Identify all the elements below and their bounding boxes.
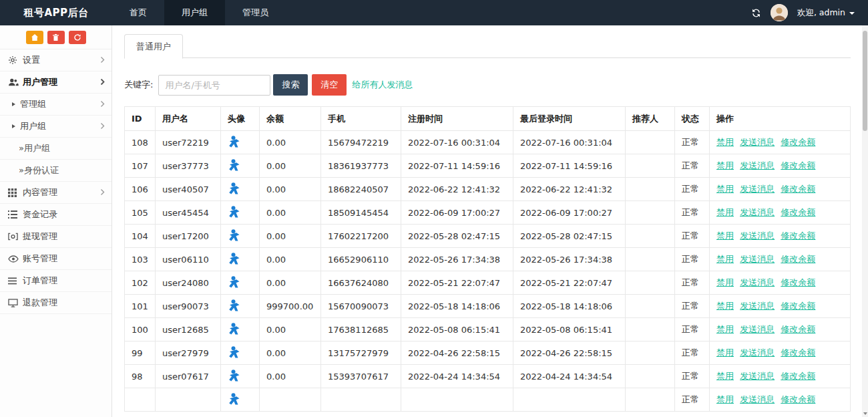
send-message-link[interactable]: 发送消息 xyxy=(740,277,775,287)
cell-referrer xyxy=(626,154,675,178)
cell-avatar xyxy=(221,295,260,318)
modify-balance-link[interactable]: 修改余额 xyxy=(781,371,815,381)
send-message-link[interactable]: 发送消息 xyxy=(740,394,775,404)
send-message-link[interactable]: 发送消息 xyxy=(740,137,775,147)
disable-link[interactable]: 禁用 xyxy=(716,348,734,358)
cell-balance: 0.00 xyxy=(260,271,321,295)
cell-balance: 0.00 xyxy=(260,131,321,154)
top-navbar: 租号APP后台 首页 用户组 管理员 欢迎, admin xyxy=(0,0,868,25)
send-message-link[interactable]: 发送消息 xyxy=(740,348,775,358)
send-message-link[interactable]: 发送消息 xyxy=(740,324,775,334)
sidebar-item-withdrawal-management[interactable]: 提现管理 xyxy=(0,226,112,248)
status-text: 正常 xyxy=(675,388,710,412)
chevron-down-icon xyxy=(849,12,855,15)
sidebar-item-user-management[interactable]: 用户管理 xyxy=(0,72,112,94)
cell-reg-time: 2022-07-16 00:31:04 xyxy=(401,131,513,154)
cell-avatar xyxy=(221,341,260,365)
disable-link[interactable]: 禁用 xyxy=(716,394,734,404)
status-text: 正常 xyxy=(675,248,710,271)
cell-id: 107 xyxy=(125,154,156,178)
modify-balance-link[interactable]: 修改余额 xyxy=(781,231,815,241)
disable-link[interactable]: 禁用 xyxy=(716,301,734,311)
cell-last-login xyxy=(513,388,626,412)
user-avatar-icon xyxy=(228,392,241,406)
scrollbar-down-arrow[interactable] xyxy=(863,412,867,415)
status-text: 正常 xyxy=(675,154,710,178)
cell-referrer xyxy=(626,388,675,412)
sidebar-item-content-management[interactable]: 内容管理 xyxy=(0,182,112,204)
sidebar-item-refund-management[interactable]: 退款管理 xyxy=(0,292,112,314)
send-message-link[interactable]: 发送消息 xyxy=(740,184,775,194)
vertical-scrollbar[interactable] xyxy=(862,25,868,417)
broadcast-all-link[interactable]: 给所有人发消息 xyxy=(352,79,413,91)
cell-username: user37773 xyxy=(156,154,221,178)
sidebar-item-account-management[interactable]: 账号管理 xyxy=(0,248,112,270)
disable-link[interactable]: 禁用 xyxy=(716,231,734,241)
modify-balance-link[interactable]: 修改余额 xyxy=(781,137,815,147)
status-text: 正常 xyxy=(675,131,710,154)
send-message-link[interactable]: 发送消息 xyxy=(740,160,775,170)
disable-link[interactable]: 禁用 xyxy=(716,371,734,381)
keyword-input[interactable] xyxy=(158,75,270,96)
modify-balance-link[interactable]: 修改余额 xyxy=(781,324,815,334)
clear-cache-button[interactable] xyxy=(47,31,65,44)
col-balance: 余额 xyxy=(260,107,321,131)
nav-item-admin[interactable]: 管理员 xyxy=(225,0,286,25)
modify-balance-link[interactable]: 修改余额 xyxy=(781,394,815,404)
users-icon xyxy=(8,78,23,87)
cell-avatar xyxy=(221,365,260,388)
disable-link[interactable]: 禁用 xyxy=(716,137,734,147)
tab-normal-users[interactable]: 普通用户 xyxy=(124,34,183,59)
user-menu[interactable]: 欢迎, admin xyxy=(797,7,855,19)
col-avatar: 头像 xyxy=(221,107,260,131)
cell-actions: 禁用 发送消息 修改余额 xyxy=(710,271,851,295)
send-message-link[interactable]: 发送消息 xyxy=(740,207,775,217)
nav-item-home[interactable]: 首页 xyxy=(112,0,164,25)
disable-link[interactable]: 禁用 xyxy=(716,324,734,334)
chevron-right-icon xyxy=(100,122,105,132)
disable-link[interactable]: 禁用 xyxy=(716,277,734,287)
clear-button[interactable]: 清空 xyxy=(312,74,347,96)
modify-balance-link[interactable]: 修改余额 xyxy=(781,254,815,264)
chevron-right-icon xyxy=(100,78,105,88)
cell-referrer xyxy=(626,178,675,201)
modify-balance-link[interactable]: 修改余额 xyxy=(781,184,815,194)
cell-phone xyxy=(321,388,401,412)
disable-link[interactable]: 禁用 xyxy=(716,160,734,170)
modify-balance-link[interactable]: 修改余额 xyxy=(781,207,815,217)
cell-avatar xyxy=(221,388,260,412)
disable-link[interactable]: 禁用 xyxy=(716,254,734,264)
scrollbar-thumb[interactable] xyxy=(863,31,867,131)
cell-last-login: 2022-05-08 06:15:41 xyxy=(513,318,626,341)
modify-balance-link[interactable]: 修改余额 xyxy=(781,348,815,358)
status-text: 正常 xyxy=(675,271,710,295)
disable-link[interactable]: 禁用 xyxy=(716,184,734,194)
user-avatar[interactable] xyxy=(771,4,788,21)
sidebar-item-user-group-list[interactable]: »用户组 xyxy=(0,138,112,160)
cell-phone: 18509145454 xyxy=(321,201,401,225)
send-message-link[interactable]: 发送消息 xyxy=(740,254,775,264)
reload-button[interactable] xyxy=(69,31,86,44)
modify-balance-link[interactable]: 修改余额 xyxy=(781,160,815,170)
cell-reg-time xyxy=(401,388,513,412)
cell-avatar xyxy=(221,318,260,341)
modify-balance-link[interactable]: 修改余额 xyxy=(781,277,815,287)
sidebar-item-fund-records[interactable]: 资金记录 xyxy=(0,204,112,226)
sidebar-item-identity-verify[interactable]: »身份认证 xyxy=(0,160,112,182)
sidebar-item-admin-group[interactable]: 管理组 xyxy=(0,94,112,116)
sidebar-item-order-management[interactable]: 订单管理 xyxy=(0,270,112,292)
sidebar-item-settings[interactable]: 设置 xyxy=(0,49,112,72)
send-message-link[interactable]: 发送消息 xyxy=(740,231,775,241)
search-button[interactable]: 搜索 xyxy=(273,74,308,96)
home-button[interactable] xyxy=(26,31,43,44)
send-message-link[interactable]: 发送消息 xyxy=(740,371,775,381)
disable-link[interactable]: 禁用 xyxy=(716,207,734,217)
cell-balance: 0.00 xyxy=(260,365,321,388)
refresh-icon[interactable] xyxy=(751,8,761,18)
sidebar-item-user-group[interactable]: 用户组 xyxy=(0,116,112,138)
nav-item-usergroup[interactable]: 用户组 xyxy=(164,0,225,25)
modify-balance-link[interactable]: 修改余额 xyxy=(781,301,815,311)
send-message-link[interactable]: 发送消息 xyxy=(740,301,775,311)
cell-actions: 禁用 发送消息 修改余额 xyxy=(710,318,851,341)
cell-referrer xyxy=(626,341,675,365)
